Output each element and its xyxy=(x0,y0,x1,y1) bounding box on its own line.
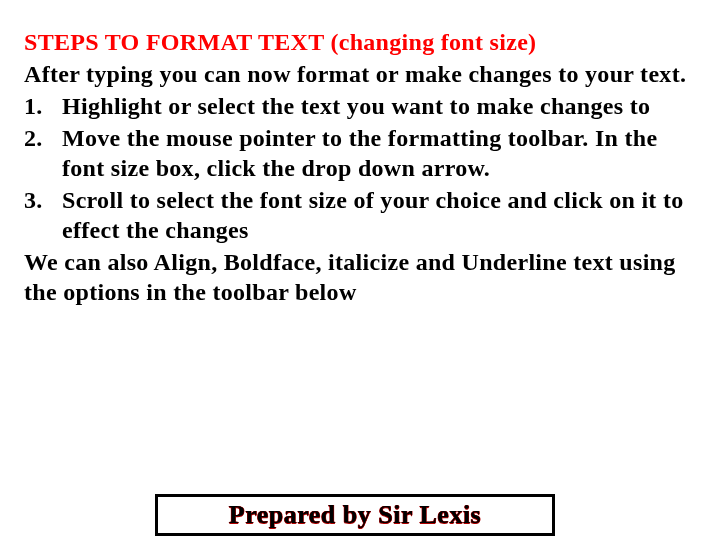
document-body: STEPS TO FORMAT TEXT (changing font size… xyxy=(0,0,720,307)
footer-line-2: Oppong xyxy=(168,530,542,536)
intro-text: After typing you can now format or make … xyxy=(24,59,696,89)
steps-list: Highlight or select the text you want to… xyxy=(24,91,696,245)
step-item: Move the mouse pointer to the formatting… xyxy=(24,123,696,183)
outro-text: We can also Align, Boldface, italicize a… xyxy=(24,247,696,307)
footer-line-1: Prepared by Sir Lexis xyxy=(168,500,542,530)
footer-box: Prepared by Sir Lexis Oppong xyxy=(155,494,555,536)
heading: STEPS TO FORMAT TEXT (changing font size… xyxy=(24,28,696,57)
step-item: Highlight or select the text you want to… xyxy=(24,91,696,121)
step-item: Scroll to select the font size of your c… xyxy=(24,185,696,245)
